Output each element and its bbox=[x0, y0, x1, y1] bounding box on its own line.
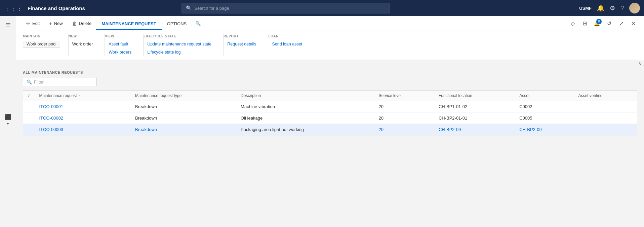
table-header: ✓ Maintenance request ↑ Maintenance requ… bbox=[23, 91, 637, 101]
cell-asset-verified bbox=[574, 124, 637, 135]
cell-functional-location: CH-BP2-01-01 bbox=[435, 112, 515, 124]
asset-fault-button[interactable]: Asset fault bbox=[105, 41, 135, 47]
help-icon[interactable]: ? bbox=[620, 5, 624, 12]
sidebar-left: ☰ ⬛▼ bbox=[0, 16, 16, 227]
cell-service-level[interactable]: 20 bbox=[375, 124, 435, 135]
table-row[interactable]: ITCO-00002BreakdownOil leakage20CH-BP2-0… bbox=[23, 112, 637, 124]
request-details-button[interactable]: Request details bbox=[224, 41, 260, 47]
cell-id[interactable]: ITCO-00001 bbox=[35, 101, 131, 112]
tab-maintenance-request[interactable]: MAINTENANCE REQUEST bbox=[96, 17, 162, 30]
cell-id[interactable]: ITCO-00002 bbox=[35, 112, 131, 124]
ribbon-actions: ✏ Edit + New 🗑 Delete bbox=[22, 18, 96, 30]
view-label: VIEW bbox=[105, 34, 135, 38]
maintain-label: MAINTAIN bbox=[23, 34, 60, 38]
col-description[interactable]: Description bbox=[237, 91, 374, 101]
row-check[interactable] bbox=[23, 124, 35, 135]
search-input[interactable] bbox=[194, 6, 386, 11]
delete-icon: 🗑 bbox=[72, 21, 77, 26]
new-button[interactable]: + New bbox=[44, 18, 67, 30]
col-asset-verified[interactable]: Asset verified bbox=[574, 91, 637, 101]
refresh-button[interactable]: ↺ bbox=[604, 18, 614, 29]
lifecycle-label: LIFECYCLE STATE bbox=[144, 34, 215, 38]
ribbon-group-new: NEW Work order bbox=[69, 34, 105, 56]
table-row[interactable]: ITCO-00003BreakdownPackaging area light … bbox=[23, 124, 637, 135]
filter-input[interactable] bbox=[34, 79, 93, 85]
main-area: ✏ Edit + New 🗑 Delete MAINTENANCE REQUES… bbox=[16, 16, 644, 227]
filter-input-wrap: 🔍 bbox=[23, 78, 97, 86]
col-asset[interactable]: Asset bbox=[515, 91, 574, 101]
app-title: Finance and Operations bbox=[28, 5, 85, 11]
close-button[interactable]: ✕ bbox=[628, 18, 639, 29]
ribbon-group-view: VIEW Asset fault Work orders bbox=[105, 34, 144, 56]
work-order-button[interactable]: Work order bbox=[69, 41, 97, 47]
cell-functional-location: CH-BP1-01-02 bbox=[435, 101, 515, 112]
collapse-button[interactable]: ∧ bbox=[638, 61, 641, 66]
notifications-button[interactable]: 🔔 0 bbox=[592, 18, 602, 29]
ribbon-content: MAINTAIN Work order pool NEW Work order … bbox=[22, 31, 639, 60]
plus-icon: + bbox=[49, 21, 52, 26]
cell-description: Oil leakage bbox=[237, 112, 374, 124]
notification-icon[interactable]: 🔔 bbox=[597, 4, 604, 12]
col-service-level[interactable]: Service level bbox=[375, 91, 435, 101]
ribbon-group-maintain: MAINTAIN Work order pool bbox=[22, 34, 69, 56]
section-title: ALL MAINTENANCE REQUESTS bbox=[23, 70, 637, 74]
cell-functional-location[interactable]: CH-BP2-09 bbox=[435, 124, 515, 135]
cell-description: Packaging area light not working bbox=[237, 124, 374, 135]
row-check[interactable] bbox=[23, 101, 35, 112]
cell-id[interactable]: ITCO-00003 bbox=[35, 124, 131, 135]
update-state-button[interactable]: Update maintenance request state bbox=[144, 41, 215, 47]
filter-bar: 🔍 bbox=[23, 78, 637, 86]
maintain-items: Work order pool bbox=[23, 41, 60, 47]
work-order-pool-button[interactable]: Work order pool bbox=[23, 41, 60, 47]
edit-icon: ✏ bbox=[26, 21, 30, 26]
ribbon: ✏ Edit + New 🗑 Delete MAINTENANCE REQUES… bbox=[16, 16, 644, 60]
layout: ☰ ⬛▼ ✏ Edit + New 🗑 Del bbox=[0, 16, 644, 227]
new-group-label: NEW bbox=[69, 34, 97, 38]
edit-button[interactable]: ✏ Edit bbox=[22, 18, 44, 30]
work-orders-button[interactable]: Work orders bbox=[105, 49, 135, 56]
filter-search-icon: 🔍 bbox=[27, 79, 32, 85]
lifecycle-log-button[interactable]: Lifecycle state log bbox=[144, 49, 215, 56]
cell-service-level: 20 bbox=[375, 101, 435, 112]
cell-asset[interactable]: CH-BP2-09 bbox=[515, 124, 574, 135]
expand-button[interactable]: ⤢ bbox=[616, 18, 627, 29]
cell-type[interactable]: Breakdown bbox=[131, 124, 237, 135]
filter-side-button[interactable]: ⬛▼ bbox=[5, 114, 11, 126]
ribbon-tabs: ✏ Edit + New 🗑 Delete MAINTENANCE REQUES… bbox=[22, 16, 639, 31]
notification-badge: 0 bbox=[596, 19, 602, 24]
search-bar: 🔍 bbox=[182, 3, 390, 13]
table-body: ITCO-00001BreakdownMachine vibration20CH… bbox=[23, 101, 637, 135]
report-items: Request details bbox=[224, 41, 260, 47]
view-items: Asset fault Work orders bbox=[105, 41, 135, 56]
table-row[interactable]: ITCO-00001BreakdownMachine vibration20CH… bbox=[23, 101, 637, 112]
cell-description: Machine vibration bbox=[237, 101, 374, 112]
diamond-button[interactable]: ◇ bbox=[567, 18, 578, 29]
user-label: USMF bbox=[579, 6, 592, 11]
report-label: REPORT bbox=[224, 34, 260, 38]
menu-button[interactable]: ☰ bbox=[5, 22, 11, 29]
avatar[interactable] bbox=[629, 3, 640, 13]
top-nav: ⋮⋮⋮ Finance and Operations 🔍 USMF 🔔 ⚙ ? bbox=[0, 0, 644, 16]
lifecycle-items: Update maintenance request state Lifecyc… bbox=[144, 41, 215, 56]
send-loan-asset-button[interactable]: Send loan asset bbox=[268, 41, 306, 47]
settings-icon[interactable]: ⚙ bbox=[610, 4, 615, 12]
delete-button[interactable]: 🗑 Delete bbox=[68, 18, 96, 30]
cell-asset: C0002 bbox=[515, 101, 574, 112]
ribbon-group-loan: LOAN Send loan asset bbox=[268, 34, 314, 56]
col-type[interactable]: Maintenance request type bbox=[131, 91, 237, 101]
loan-label: LOAN bbox=[268, 34, 306, 38]
collapse-row: ∧ bbox=[16, 60, 644, 66]
grid-icon[interactable]: ⋮⋮⋮ bbox=[4, 4, 22, 12]
data-table: ✓ Maintenance request ↑ Maintenance requ… bbox=[23, 90, 637, 135]
nav-right: USMF 🔔 ⚙ ? bbox=[579, 3, 640, 13]
tab-search[interactable]: 🔍 bbox=[192, 16, 204, 31]
tab-options[interactable]: OPTIONS bbox=[162, 17, 192, 30]
ribbon-group-lifecycle: LIFECYCLE STATE Update maintenance reque… bbox=[144, 34, 224, 56]
office-button[interactable]: ⊞ bbox=[579, 18, 590, 29]
cell-asset-verified bbox=[574, 112, 637, 124]
check-icon: ✓ bbox=[27, 93, 31, 98]
row-check[interactable] bbox=[23, 112, 35, 124]
col-functional-location[interactable]: Functional location bbox=[435, 91, 515, 101]
content-section: ALL MAINTENANCE REQUESTS 🔍 ✓ Mainten bbox=[16, 66, 644, 135]
col-maintenance-request[interactable]: Maintenance request ↑ bbox=[35, 91, 131, 101]
